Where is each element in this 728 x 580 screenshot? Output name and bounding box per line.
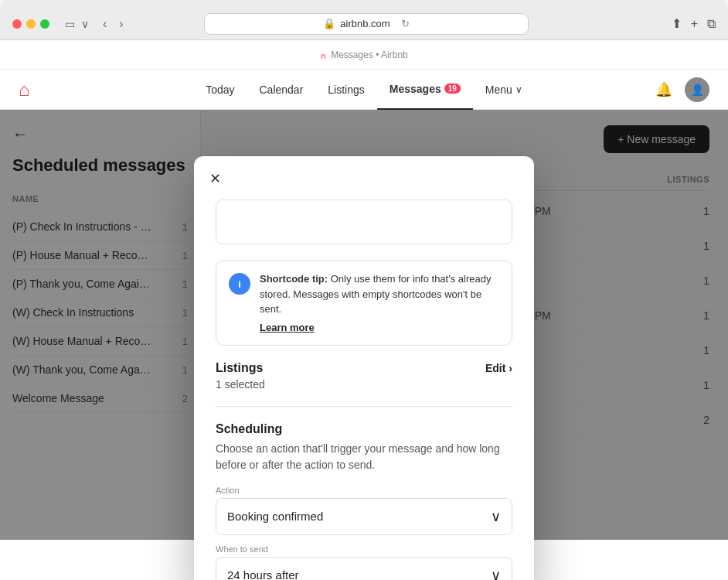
share-icon[interactable]: ⬆: [672, 16, 682, 31]
edit-chevron-icon: ›: [509, 362, 512, 374]
back-arrow[interactable]: ‹: [98, 15, 111, 32]
shortcode-tip-text: Shortcode tip: Only use them for info th…: [260, 271, 499, 317]
avatar[interactable]: 👤: [685, 77, 709, 102]
fullscreen-traffic-light[interactable]: [40, 19, 49, 29]
scheduling-description: Choose an action that'll trigger your me…: [216, 441, 512, 473]
top-bar: ⍝ Messages • Airbnb: [0, 40, 728, 70]
page-content: ← Scheduled messages NAME (P) Check In I…: [0, 110, 728, 540]
copy-icon[interactable]: ⧉: [707, 17, 716, 31]
app-window: ⍝ Messages • Airbnb ⌂ Today Calendar Lis…: [0, 40, 728, 580]
action-value: Booking confirmed: [227, 510, 323, 523]
top-bar-brand: Messages • Airbnb: [331, 49, 408, 60]
shortcode-tip-content: Shortcode tip: Only use them for info th…: [260, 271, 499, 334]
forward-arrow[interactable]: ›: [114, 15, 128, 32]
scheduling-section: Scheduling Choose an action that'll trig…: [216, 422, 512, 581]
lock-icon: 🔒: [323, 18, 335, 29]
messages-badge: 19: [444, 84, 461, 94]
url-text: airbnb.com: [340, 18, 390, 29]
when-select[interactable]: 24 hours after ∨: [216, 557, 512, 581]
nav-calendar[interactable]: Calendar: [247, 70, 315, 110]
new-tab-icon[interactable]: +: [691, 17, 698, 31]
main-nav: ⌂ Today Calendar Listings Messages 19 Me…: [0, 70, 728, 110]
close-traffic-light[interactable]: [12, 19, 22, 29]
nav-logo[interactable]: ⌂: [19, 79, 30, 101]
shortcode-icon: i: [229, 273, 250, 295]
action-chevron-icon: ∨: [491, 508, 501, 525]
create-scheduled-message-modal: ✕ i Shortcode tip: Only use them for inf…: [194, 156, 534, 580]
listings-section-title: Listings: [216, 361, 263, 375]
tab-icon: ▭: [65, 18, 75, 30]
action-select-group: Action Booking confirmed ∨: [216, 486, 512, 535]
nav-today[interactable]: Today: [193, 70, 247, 110]
browser-actions: ⬆ + ⧉: [672, 16, 716, 31]
traffic-lights: [12, 19, 49, 29]
address-bar[interactable]: 🔒 airbnb.com ↻: [204, 13, 529, 35]
shortcode-tip-title: Shortcode tip:: [260, 273, 328, 285]
modal-divider: [216, 406, 512, 407]
modal-overlay[interactable]: ✕ i Shortcode tip: Only use them for inf…: [0, 110, 728, 540]
learn-more-link[interactable]: Learn more: [260, 322, 315, 333]
browser-extras: ▭ ∨: [65, 18, 89, 30]
action-select[interactable]: Booking confirmed ∨: [216, 498, 512, 535]
browser-chrome: ▭ ∨ ‹ › 🔒 airbnb.com ↻ ⬆ + ⧉: [0, 0, 728, 40]
scheduling-title: Scheduling: [216, 422, 512, 436]
nav-messages[interactable]: Messages 19: [377, 70, 473, 110]
modal-close-button[interactable]: ✕: [206, 169, 224, 189]
shortcode-tip: i Shortcode tip: Only use them for info …: [216, 260, 512, 346]
when-select-group: When to send 24 hours after ∨: [216, 544, 512, 581]
when-label: When to send: [216, 544, 512, 554]
listings-section-header: Listings Edit ›: [216, 361, 512, 375]
edit-listings-link[interactable]: Edit ›: [485, 362, 512, 374]
listings-section: Listings Edit › 1 selected: [216, 361, 512, 391]
nav-links: Today Calendar Listings Messages 19 Menu…: [193, 70, 535, 110]
when-value: 24 hours after: [227, 568, 299, 580]
menu-chevron: ∨: [515, 84, 522, 95]
when-chevron-icon: ∨: [491, 567, 501, 581]
nav-listings[interactable]: Listings: [315, 70, 376, 110]
bell-icon[interactable]: 🔔: [655, 81, 672, 98]
reload-icon[interactable]: ↻: [401, 18, 410, 29]
message-input[interactable]: [216, 200, 512, 244]
nav-arrows: ‹ ›: [98, 15, 128, 32]
nav-right: 🔔 👤: [655, 77, 709, 102]
action-label: Action: [216, 486, 512, 495]
tab-chevron[interactable]: ∨: [81, 18, 89, 30]
nav-menu[interactable]: Menu ∨: [473, 70, 535, 110]
minimize-traffic-light[interactable]: [26, 19, 36, 29]
airbnb-logo-small: ⍝: [320, 49, 326, 61]
listings-selected-text: 1 selected: [216, 378, 512, 391]
